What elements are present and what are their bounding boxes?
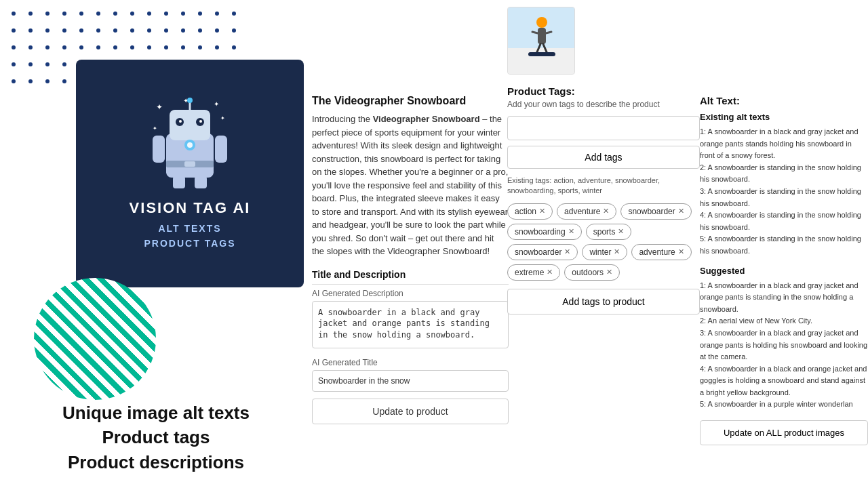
suggested-alt-texts-title: Suggested <box>700 266 868 276</box>
svg-point-16 <box>45 28 50 33</box>
svg-rect-88 <box>195 176 207 188</box>
tag-sports[interactable]: sports ✕ <box>586 224 632 240</box>
tag-adventure-2[interactable]: adventure ✕ <box>631 244 691 260</box>
tagline-block: Unique image alt texts Product tags Prod… <box>0 401 312 474</box>
svg-point-20 <box>113 28 117 33</box>
svg-point-30 <box>45 45 50 49</box>
tag-adventure-remove[interactable]: ✕ <box>603 207 609 216</box>
svg-point-9 <box>164 12 168 16</box>
suggested-item-4: 4: A snowboarder in a black and orange j… <box>700 363 868 399</box>
svg-text:✦: ✦ <box>220 115 225 121</box>
svg-text:✦: ✦ <box>156 102 163 112</box>
suggested-item-2: 2: An aerial view of New York City. <box>700 315 868 327</box>
tag-snowboarding[interactable]: snowboarding ✕ <box>507 224 582 240</box>
svg-point-25 <box>198 28 202 33</box>
tag-snowboarder-1-remove[interactable]: ✕ <box>678 207 684 216</box>
svg-point-31 <box>62 45 66 49</box>
svg-point-19 <box>96 28 100 33</box>
svg-text:✦: ✦ <box>214 100 219 108</box>
tag-extreme-remove[interactable]: ✕ <box>547 268 553 277</box>
svg-point-33 <box>96 45 100 49</box>
tag-sports-remove[interactable]: ✕ <box>618 227 624 236</box>
tag-outdoors[interactable]: outdoors ✕ <box>564 264 620 281</box>
existing-tags-label: Existing tags: action, adventure, snowbo… <box>507 176 700 197</box>
svg-point-4 <box>79 12 83 16</box>
svg-point-40 <box>215 45 219 49</box>
svg-point-24 <box>181 28 185 33</box>
svg-point-18 <box>79 28 83 33</box>
suggested-item-1: 1: A snowboarder in a black and gray jac… <box>700 280 868 316</box>
alt-text-item-3: 3: A snowboarder is standing in the snow… <box>700 186 868 209</box>
logo-title: VISION TAG AI <box>130 199 251 217</box>
product-title: The Videographer Snowboard <box>312 95 509 107</box>
svg-rect-87 <box>173 176 185 188</box>
suggested-item-3: 3: A snowboarder in a black and gray jac… <box>700 327 868 363</box>
svg-point-12 <box>215 12 219 16</box>
tag-snowboarder-2-remove[interactable]: ✕ <box>564 247 570 256</box>
svg-point-0 <box>12 12 16 16</box>
svg-point-21 <box>130 28 134 33</box>
svg-point-22 <box>147 28 151 33</box>
alt-text-item-4: 4: A snowboarder is standing in the snow… <box>700 209 868 233</box>
svg-point-36 <box>147 45 151 49</box>
svg-point-79 <box>179 120 182 123</box>
tag-snowboarding-remove[interactable]: ✕ <box>568 227 574 236</box>
svg-point-43 <box>28 62 33 66</box>
tag-snowboarder-2[interactable]: snowboarder ✕ <box>507 244 578 260</box>
add-tags-button[interactable]: Add tags <box>507 146 700 169</box>
svg-point-2 <box>45 12 50 16</box>
svg-point-13 <box>232 12 236 16</box>
svg-point-26 <box>215 28 219 33</box>
tag-winter-remove[interactable]: ✕ <box>614 247 620 256</box>
add-tags-to-product-button[interactable]: Add tags to product <box>507 289 700 314</box>
tag-adventure[interactable]: adventure ✕ <box>557 203 616 220</box>
tags-container: action ✕ adventure ✕ snowboarder ✕ snowb… <box>507 203 700 281</box>
tagline-line-1: Unique image alt texts <box>0 401 312 425</box>
svg-point-58 <box>45 79 50 83</box>
tag-outdoors-remove[interactable]: ✕ <box>606 268 612 277</box>
svg-point-1 <box>28 12 33 16</box>
update-to-product-button[interactable]: Update to product <box>312 399 509 424</box>
svg-rect-76 <box>170 110 210 140</box>
existing-alt-texts-list: 1: A snowboarder in a black and gray jac… <box>700 126 868 258</box>
svg-point-44 <box>45 62 50 66</box>
tags-panel-title: Product Tags: <box>507 85 700 97</box>
ai-description-textarea[interactable]: A snowboarder in a black and gray jacket… <box>312 301 509 348</box>
tag-winter[interactable]: winter ✕ <box>582 244 627 260</box>
svg-point-17 <box>62 28 66 33</box>
svg-point-39 <box>198 45 202 49</box>
alt-text-panel: Alt Text: Existing alt texts 1: A snowbo… <box>700 95 868 474</box>
alt-text-item-5: 5: A snowboarder is standing in the snow… <box>700 233 868 257</box>
svg-point-42 <box>12 62 16 66</box>
tag-action-remove[interactable]: ✕ <box>539 207 545 216</box>
svg-point-57 <box>28 79 33 83</box>
tagline-line-2: Product tags <box>0 425 312 449</box>
tag-input-field[interactable] <box>507 116 700 140</box>
svg-point-28 <box>12 45 16 49</box>
tags-panel: Product Tags: Add your own tags to descr… <box>507 7 700 481</box>
ai-title-input[interactable] <box>312 370 509 392</box>
svg-point-29 <box>28 45 33 49</box>
tags-panel-subtitle: Add your own tags to describe the produc… <box>507 100 700 109</box>
svg-point-59 <box>62 79 66 83</box>
svg-point-37 <box>164 45 168 49</box>
svg-point-6 <box>113 12 117 16</box>
svg-point-7 <box>130 12 134 16</box>
svg-point-80 <box>199 120 202 123</box>
update-all-product-images-button[interactable]: Update on ALL product images <box>700 420 868 445</box>
teal-circle-decoration <box>34 278 156 400</box>
tag-extreme[interactable]: extreme ✕ <box>507 264 560 281</box>
svg-rect-85 <box>153 136 165 163</box>
svg-point-15 <box>28 28 33 33</box>
tag-action[interactable]: action ✕ <box>507 203 553 220</box>
svg-rect-90 <box>184 161 195 167</box>
svg-point-11 <box>198 12 202 16</box>
alt-text-item-2: 2: A snowboarder is standing in the snow… <box>700 162 868 186</box>
logo-subtitle: ALT TEXTS PRODUCT TAGS <box>144 221 236 251</box>
svg-point-82 <box>187 98 193 103</box>
tag-snowboarder-1[interactable]: snowboarder ✕ <box>620 203 691 220</box>
svg-point-23 <box>164 28 168 33</box>
svg-point-32 <box>79 45 83 49</box>
tag-adventure-2-remove[interactable]: ✕ <box>678 247 684 256</box>
ai-description-label: AI Generated Description <box>312 289 509 298</box>
